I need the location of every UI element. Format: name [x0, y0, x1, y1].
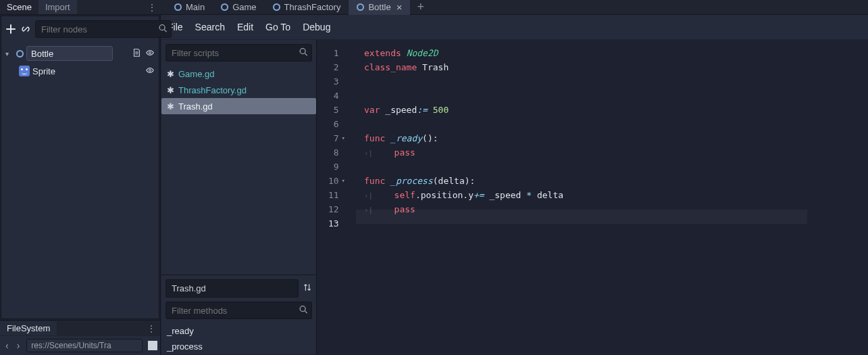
- link-icon[interactable]: [20, 23, 31, 35]
- code-line[interactable]: ›| pass: [364, 145, 807, 160]
- filesystem-menu-icon[interactable]: ⋮: [147, 323, 156, 334]
- line-number: 11▾: [317, 188, 349, 202]
- editor-column: FileSearchEditGo ToDebug ✱Game.gd✱Thrash…: [161, 15, 868, 355]
- indent-guide-icon: ›|: [364, 191, 373, 200]
- line-number: 8▾: [317, 145, 349, 160]
- gear-icon: ✱: [167, 69, 174, 79]
- line-number: 6▾: [317, 117, 349, 131]
- file-menu-bar: FileSearchEditGo ToDebug: [161, 15, 868, 39]
- sort-methods-icon[interactable]: [303, 283, 312, 294]
- scene-node-icon: [174, 3, 182, 11]
- node2d-icon: [16, 50, 24, 57]
- node-name-input[interactable]: [26, 46, 113, 61]
- line-gutter: 1▾2▾3▾4▾5▾6▾7▾8▾9▾10▾11▾12▾13▾: [317, 39, 356, 355]
- tab-filesystem[interactable]: FileSystem: [0, 321, 57, 335]
- scene-tabs: MainGameThrashFactoryBottle×+: [161, 0, 431, 14]
- filter-nodes-input[interactable]: [35, 20, 172, 38]
- code-line[interactable]: [364, 89, 807, 103]
- minimap[interactable]: [807, 39, 868, 355]
- nav-back-icon[interactable]: ‹: [3, 340, 11, 351]
- scene-node-icon: [357, 3, 364, 11]
- code-line[interactable]: ›| self.position.y+= _speed * delta: [364, 188, 807, 202]
- script-item[interactable]: ✱ThrashFactory.gd: [161, 82, 316, 98]
- scene-tab-label: Game: [232, 2, 256, 12]
- filter-methods-input[interactable]: [165, 302, 312, 319]
- code-line[interactable]: class_name Trash: [364, 60, 807, 74]
- visibility-icon[interactable]: [145, 66, 155, 77]
- panel-menu-icon[interactable]: ⋮: [147, 2, 157, 13]
- scene-tab[interactable]: Main: [166, 0, 213, 14]
- scene-node-icon: [273, 3, 280, 11]
- script-name: Game.gd: [178, 69, 214, 79]
- scene-node-icon: [221, 3, 228, 11]
- script-name: ThrashFactory.gd: [178, 85, 247, 95]
- gear-icon: ✱: [167, 85, 174, 95]
- menu-search[interactable]: Search: [195, 22, 225, 32]
- visibility-icon[interactable]: [145, 48, 155, 60]
- line-number: 1▾: [317, 46, 349, 60]
- menu-debug[interactable]: Debug: [303, 22, 330, 32]
- main-row: ▾ Sprite: [0, 15, 868, 355]
- menu-edit[interactable]: Edit: [237, 22, 253, 32]
- scene-toolbar: [1, 16, 159, 42]
- code-line[interactable]: [364, 117, 807, 131]
- chevron-down-icon[interactable]: ▾: [5, 50, 14, 57]
- methods-section: Trash.gd _ready_process: [161, 275, 316, 354]
- open-script-icon[interactable]: [132, 48, 141, 60]
- current-line-highlight: [356, 210, 807, 224]
- nav-forward-icon[interactable]: ›: [14, 340, 23, 351]
- code-line[interactable]: var _speed:= 500: [364, 103, 807, 117]
- scripts-panel: ✱Game.gd✱ThrashFactory.gd✱Trash.gd Trash…: [161, 40, 317, 354]
- scene-tab-label: Bottle: [368, 2, 390, 12]
- code-editor[interactable]: 1▾2▾3▾4▾5▾6▾7▾8▾9▾10▾11▾12▾13▾ extends N…: [317, 39, 868, 355]
- filesystem-mode-icon[interactable]: [148, 341, 157, 350]
- sprite-icon: [19, 66, 30, 76]
- node-label: Sprite: [32, 66, 55, 76]
- gear-icon: ✱: [167, 101, 174, 112]
- script-item[interactable]: ✱Game.gd: [161, 66, 316, 82]
- line-number: 10▾: [317, 174, 349, 188]
- line-number: 12▾: [317, 202, 349, 216]
- filesystem-path[interactable]: res://Scenes/Units/Tra: [26, 339, 143, 352]
- new-tab-icon[interactable]: +: [410, 0, 431, 14]
- code-line[interactable]: extends Node2D: [364, 46, 807, 60]
- scene-panel: ▾ Sprite: [1, 16, 159, 319]
- scene-tab-label: Main: [186, 2, 205, 12]
- filesystem-tabs: FileSystem ⋮: [0, 320, 160, 336]
- left-column: ▾ Sprite: [0, 15, 161, 355]
- indent-guide-icon: ›|: [364, 149, 373, 158]
- method-item[interactable]: _process: [161, 339, 316, 354]
- line-number: 2▾: [317, 60, 349, 74]
- line-number: 4▾: [317, 89, 349, 103]
- menu-go-to[interactable]: Go To: [265, 22, 290, 32]
- method-item[interactable]: _ready: [161, 323, 316, 339]
- editor-row: ✱Game.gd✱ThrashFactory.gd✱Trash.gd Trash…: [161, 39, 868, 355]
- current-script-name[interactable]: Trash.gd: [165, 279, 299, 298]
- code-line[interactable]: func _ready():: [364, 131, 807, 145]
- code-area[interactable]: extends Node2Dclass_name Trashvar _speed…: [356, 39, 807, 355]
- fold-icon[interactable]: ▾: [342, 131, 345, 145]
- tab-import[interactable]: Import: [39, 0, 77, 14]
- scene-tab[interactable]: Bottle×: [349, 0, 410, 15]
- script-name: Trash.gd: [178, 101, 213, 112]
- line-number: 7▾: [317, 131, 349, 145]
- scene-tab[interactable]: Game: [213, 0, 264, 14]
- scene-tree: ▾ Sprite: [1, 42, 159, 318]
- code-line[interactable]: [364, 74, 807, 89]
- tab-scene[interactable]: Scene: [0, 0, 39, 14]
- tree-child-row[interactable]: Sprite: [4, 62, 156, 80]
- tree-root-row[interactable]: ▾: [4, 45, 156, 62]
- add-node-icon[interactable]: [5, 23, 16, 35]
- svg-point-3: [149, 69, 151, 71]
- scene-tab-label: ThrashFactory: [284, 2, 341, 12]
- code-line[interactable]: [364, 160, 807, 174]
- top-tab-bar: Scene Import ⋮ MainGameThrashFactoryBott…: [0, 0, 868, 15]
- filter-scripts-input[interactable]: [165, 44, 312, 62]
- close-tab-icon[interactable]: ×: [397, 1, 403, 13]
- scene-tab[interactable]: ThrashFactory: [265, 0, 349, 14]
- script-item[interactable]: ✱Trash.gd: [161, 98, 316, 114]
- fold-icon[interactable]: ▾: [342, 174, 345, 188]
- line-number: 3▾: [317, 74, 349, 89]
- code-line[interactable]: func _process(delta):: [364, 174, 807, 188]
- scripts-list: ✱Game.gd✱ThrashFactory.gd✱Trash.gd: [161, 66, 316, 114]
